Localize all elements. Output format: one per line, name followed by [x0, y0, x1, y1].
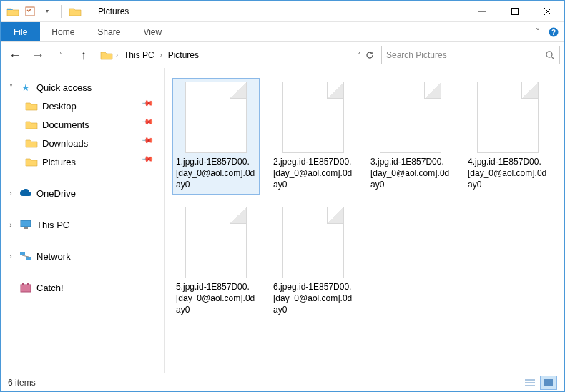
recent-locations-dropdown[interactable]: ˅ [51, 45, 71, 65]
svg-rect-20 [544, 379, 553, 386]
status-text: 6 items [8, 378, 36, 388]
nav-label: Desktop [42, 101, 77, 112]
file-icon [282, 82, 344, 153]
ribbon: File Home Share View ˅ ? [1, 22, 564, 42]
chevron-down-icon[interactable]: ˅ [6, 84, 15, 92]
navigation-pane: ˅ ★ Quick access Desktop 📌 Documents 📌 D… [1, 68, 165, 373]
file-icon [477, 82, 539, 153]
forward-button[interactable]: → [28, 45, 48, 65]
file-list: 1.jpg.id-1E857D00.[day_0@aol.com].0day0 … [172, 78, 557, 319]
chevron-right-icon[interactable]: › [6, 221, 15, 229]
pin-icon: 📌 [141, 134, 159, 152]
svg-text:?: ? [551, 29, 556, 36]
icons-view-button[interactable] [540, 376, 557, 390]
nav-label: Downloads [42, 138, 88, 149]
star-icon: ★ [19, 81, 32, 94]
back-button[interactable]: ← [5, 45, 25, 65]
folder-icon [25, 137, 38, 150]
nav-label: Pictures [42, 157, 76, 167]
file-icon [185, 82, 247, 153]
qat-properties-icon[interactable] [22, 4, 38, 19]
breadcrumb-segment[interactable]: Pictures [165, 50, 202, 60]
folder-icon [67, 4, 83, 19]
network-icon [19, 250, 32, 263]
chevron-right-icon[interactable]: › [6, 253, 15, 260]
nav-onedrive[interactable]: › OneDrive [5, 184, 160, 202]
file-item[interactable]: 3.jpg.id-1E857D00.[day_0@aol.com].0day0 [367, 78, 454, 195]
window-title: Pictures [98, 6, 129, 16]
nav-quick-access[interactable]: ˅ ★ Quick access [5, 78, 160, 97]
svg-line-8 [551, 57, 554, 59]
up-button[interactable]: ↑ [74, 45, 94, 65]
file-item[interactable]: 4.jpg.id-1E857D00.[day_0@aol.com].0day0 [464, 78, 551, 195]
nav-label: OneDrive [36, 188, 76, 199]
tab-file[interactable]: File [1, 22, 40, 41]
svg-line-13 [22, 255, 29, 257]
nav-catch[interactable]: › Catch! [5, 278, 160, 297]
expand-ribbon-icon[interactable]: ˅ [536, 27, 540, 37]
computer-icon [19, 218, 32, 231]
nav-label: Quick access [36, 82, 92, 93]
tab-home[interactable]: Home [40, 22, 86, 41]
nav-label: This PC [36, 220, 69, 230]
maximize-button[interactable] [498, 1, 531, 22]
pin-icon: 📌 [141, 115, 159, 134]
file-item[interactable]: 6.jpeg.id-1E857D00.[day_0@aol.com].0day0 [270, 203, 357, 320]
file-name: 3.jpg.id-1E857D00.[day_0@aol.com].0day0 [370, 156, 451, 191]
file-item[interactable]: 2.jpeg.id-1E857D00.[day_0@aol.com].0day0 [270, 78, 357, 195]
folder-icon [25, 118, 38, 131]
search-icon[interactable] [545, 50, 555, 60]
tab-share[interactable]: Share [86, 22, 132, 41]
file-name: 1.jpg.id-1E857D00.[day_0@aol.com].0day0 [176, 156, 256, 191]
nav-network[interactable]: › Network [5, 247, 160, 265]
nav-label: Network [36, 251, 71, 262]
svg-rect-9 [21, 220, 31, 227]
title-bar: ▾ Pictures [1, 1, 564, 22]
explorer-icon [5, 4, 21, 19]
chevron-right-icon[interactable]: › [6, 190, 15, 197]
catch-icon [19, 281, 32, 294]
search-box[interactable] [381, 46, 560, 64]
onedrive-icon [19, 187, 32, 200]
svg-point-7 [546, 52, 552, 57]
file-item[interactable]: 5.jpg.id-1E857D00.[day_0@aol.com].0day0 [172, 203, 260, 320]
address-bar[interactable]: › This PC › Pictures ˅ [97, 46, 378, 64]
search-input[interactable] [386, 50, 545, 60]
tab-view[interactable]: View [132, 22, 173, 41]
file-name: 5.jpg.id-1E857D00.[day_0@aol.com].0day0 [176, 281, 256, 316]
svg-rect-2 [512, 8, 519, 14]
details-view-button[interactable] [521, 376, 539, 390]
help-icon[interactable]: ? [549, 27, 559, 37]
file-icon [380, 82, 441, 153]
content-area[interactable]: 1.jpg.id-1E857D00.[day_0@aol.com].0day0 … [165, 68, 564, 373]
refresh-icon[interactable] [365, 50, 375, 60]
file-item[interactable]: 1.jpg.id-1E857D00.[day_0@aol.com].0day0 [172, 78, 260, 195]
svg-rect-10 [24, 227, 28, 229]
file-name: 4.jpg.id-1E857D00.[day_0@aol.com].0day0 [468, 156, 548, 191]
nav-this-pc[interactable]: › This PC [5, 215, 160, 234]
minimize-button[interactable] [466, 1, 498, 22]
address-bar-row: ← → ˅ ↑ › This PC › Pictures ˅ [1, 42, 564, 68]
nav-documents[interactable]: Documents 📌 [5, 115, 160, 134]
nav-downloads[interactable]: Downloads 📌 [5, 134, 160, 152]
svg-rect-14 [21, 285, 31, 292]
chevron-right-icon[interactable]: › [114, 52, 119, 59]
svg-rect-12 [26, 257, 31, 260]
svg-rect-11 [20, 252, 25, 255]
file-icon [185, 207, 247, 278]
folder-icon [25, 155, 38, 168]
nav-pictures[interactable]: Pictures 📌 [5, 152, 160, 171]
breadcrumb-segment[interactable]: This PC [121, 50, 157, 60]
file-name: 2.jpeg.id-1E857D00.[day_0@aol.com].0day0 [273, 156, 353, 191]
pin-icon: 📌 [141, 152, 159, 171]
close-button[interactable] [531, 1, 564, 22]
chevron-right-icon[interactable]: › [159, 52, 164, 59]
svg-rect-15 [22, 283, 24, 285]
nav-label: Documents [42, 119, 89, 130]
nav-desktop[interactable]: Desktop 📌 [5, 97, 160, 115]
status-bar: 6 items [1, 373, 564, 391]
address-dropdown-icon[interactable]: ˅ [357, 52, 360, 59]
file-icon [282, 207, 344, 278]
folder-icon [25, 99, 38, 112]
qat-dropdown-icon[interactable]: ▾ [39, 4, 55, 19]
